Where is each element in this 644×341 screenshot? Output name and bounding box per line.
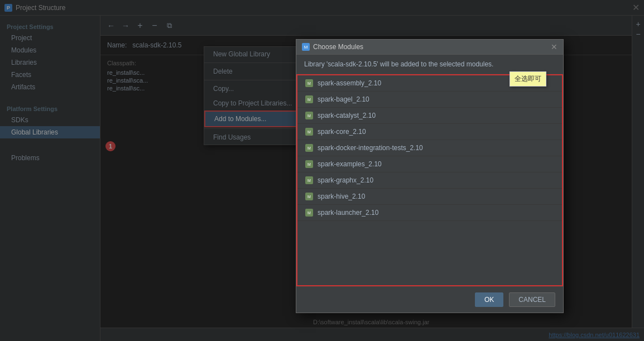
module-icon: M <box>305 160 313 168</box>
module-name: spark-assembly_2.10 <box>318 79 381 87</box>
module-icon: M <box>305 144 313 152</box>
module-icon: M <box>305 79 313 87</box>
module-name: spark-bagel_2.10 <box>318 95 369 103</box>
module-name: spark-examples_2.10 <box>318 160 382 168</box>
tooltip-popup: 全选即可 <box>510 71 546 87</box>
module-item[interactable]: Mspark-catalyst_2.10 <box>297 108 562 124</box>
module-icon: M <box>305 112 313 119</box>
module-icon: M <box>305 176 313 184</box>
module-item[interactable]: Mspark-bagel_2.10 <box>297 92 562 108</box>
module-icon: M <box>305 95 313 103</box>
module-item[interactable]: Mspark-docker-integration-tests_2.10 <box>297 140 562 156</box>
dialog-close-icon[interactable]: ✕ <box>551 43 558 51</box>
module-name: spark-core_2.10 <box>318 128 366 136</box>
module-name: spark-hive_2.10 <box>318 193 365 200</box>
module-name: spark-graphx_2.10 <box>318 176 373 184</box>
dialog-icon: M <box>302 43 310 51</box>
module-item[interactable]: Mspark-examples_2.10 <box>297 156 562 172</box>
dialog-title-bar: M Choose Modules ✕ <box>296 40 563 55</box>
module-name: spark-catalyst_2.10 <box>318 112 376 119</box>
module-name: spark-launcher_2.10 <box>318 209 378 217</box>
module-list: Mspark-assembly_2.10Mspark-bagel_2.10Msp… <box>296 74 563 286</box>
module-item[interactable]: Mspark-hive_2.10 <box>297 189 562 205</box>
module-icon: M <box>305 128 313 136</box>
module-item[interactable]: Mspark-graphx_2.10 <box>297 172 562 189</box>
dialog-title: Choose Modules <box>313 43 363 51</box>
ok-button[interactable]: OK <box>475 292 503 307</box>
dialog-footer: OK CANCEL <box>296 286 563 313</box>
module-item[interactable]: Mspark-core_2.10 <box>297 124 562 140</box>
module-name: spark-docker-integration-tests_2.10 <box>318 144 423 152</box>
module-icon: M <box>305 193 313 200</box>
dialog-title-left: M Choose Modules <box>302 43 363 51</box>
cancel-button[interactable]: CANCEL <box>509 292 555 307</box>
module-icon: M <box>305 209 313 217</box>
module-item[interactable]: Mspark-launcher_2.10 <box>297 205 562 221</box>
